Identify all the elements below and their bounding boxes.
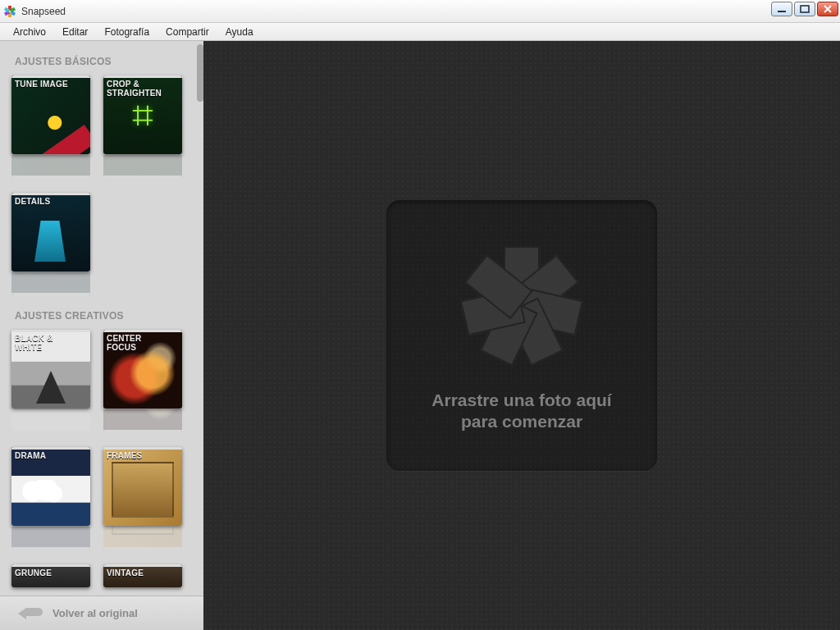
tool-label: GRUNGE	[15, 569, 87, 578]
revert-label: Volver al original	[52, 607, 138, 619]
menu-file[interactable]: Archivo	[5, 25, 54, 39]
window-close-button[interactable]	[817, 2, 838, 16]
menu-photo[interactable]: Fotografía	[96, 25, 158, 39]
window-maximize-button[interactable]	[794, 2, 815, 16]
svg-rect-6	[778, 11, 786, 12]
revert-to-original-button[interactable]: Volver al original	[0, 596, 203, 630]
menu-help[interactable]: Ayuda	[217, 25, 262, 39]
drop-zone[interactable]: Arrastre una foto aquí para comenzar	[386, 200, 657, 471]
drop-hint-line2: para comenzar	[461, 412, 582, 431]
tool-label: DRAMA	[15, 452, 87, 461]
tool-details[interactable]: DETAILS	[11, 193, 90, 295]
tool-drama[interactable]: DRAMA	[11, 447, 90, 550]
tool-crop-straighten[interactable]: CROP & STRAIGHTEN	[103, 75, 182, 178]
section-basic-title: AJUSTES BÁSICOS	[15, 56, 203, 67]
menubar: Archivo Editar Fotografía Compartir Ayud…	[0, 23, 840, 41]
snapseed-logo-icon	[456, 240, 587, 371]
tool-label: DETAILS	[15, 198, 87, 207]
sidebar-scrollbar[interactable]	[197, 44, 203, 102]
tool-label: CROP & STRAIGHTEN	[107, 80, 179, 98]
undo-arrow-icon	[16, 606, 44, 621]
tool-label: VINTAGE	[107, 569, 179, 578]
canvas-area: Arrastre una foto aquí para comenzar	[203, 41, 840, 630]
svg-rect-7	[801, 6, 809, 12]
tool-black-white[interactable]: BLACK & WHITE	[11, 330, 90, 432]
menu-edit[interactable]: Editar	[54, 25, 96, 39]
tool-label: TUNE IMAGE	[15, 80, 87, 89]
section-creative-title: AJUSTES CREATIVOS	[15, 310, 203, 322]
window-minimize-button[interactable]	[771, 2, 792, 16]
drop-hint-line1: Arrastre una foto aquí	[431, 390, 611, 410]
tool-tune-image[interactable]: TUNE IMAGE	[11, 75, 90, 178]
tool-frames[interactable]: FRAMES	[103, 447, 182, 550]
window-title: Snapseed	[21, 6, 66, 17]
menu-share[interactable]: Compartir	[158, 25, 217, 39]
tool-label: FRAMES	[107, 452, 179, 461]
tool-label: CENTER FOCUS	[107, 335, 179, 352]
tool-label: BLACK & WHITE	[15, 335, 87, 352]
app-icon	[3, 5, 16, 18]
sidebar: AJUSTES BÁSICOS TUNE IMAGE CROP & STRAIG…	[0, 41, 203, 630]
tool-center-focus[interactable]: CENTER FOCUS	[103, 330, 182, 432]
tool-grunge[interactable]: GRUNGE	[11, 564, 90, 587]
tool-vintage[interactable]: VINTAGE	[103, 564, 182, 587]
window-titlebar: Snapseed	[0, 0, 840, 23]
